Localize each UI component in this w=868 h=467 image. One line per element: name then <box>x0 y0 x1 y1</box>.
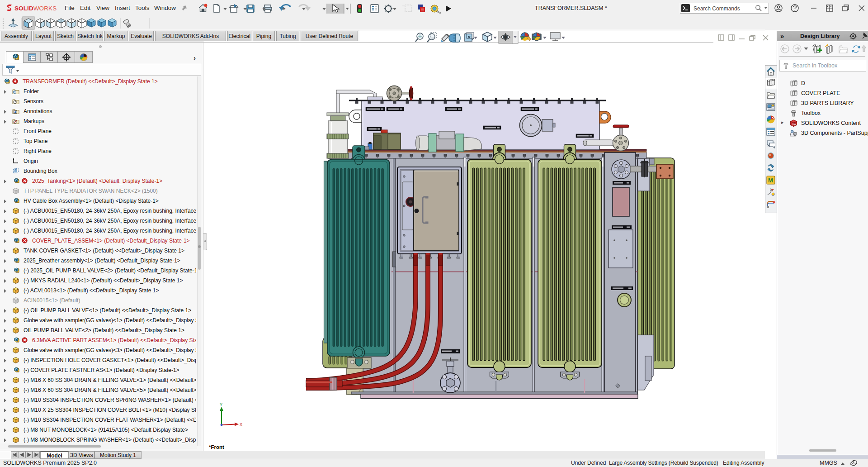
svg-text:SOLIDWORKS: SOLIDWORKS <box>14 5 57 12</box>
svg-text:Y: Y <box>220 402 222 407</box>
svg-text:X: X <box>240 422 242 427</box>
svg-text:*Front: *Front <box>209 444 224 450</box>
svg-text:M: M <box>768 177 773 184</box>
